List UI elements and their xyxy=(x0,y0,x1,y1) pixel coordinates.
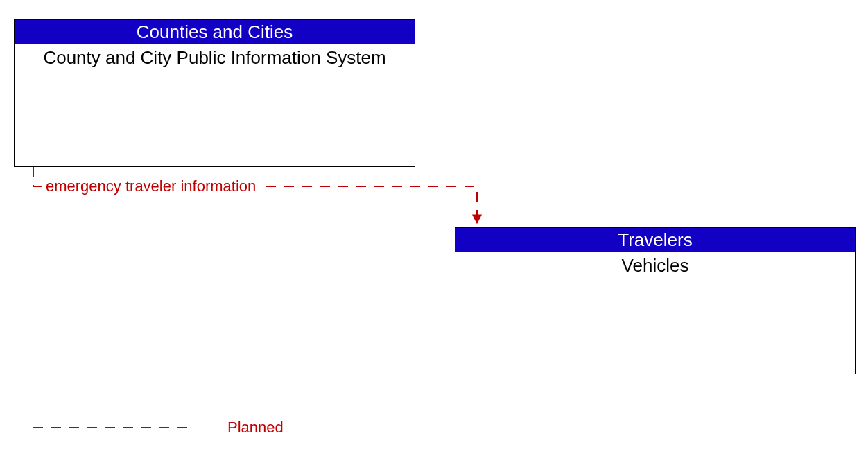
node-source-body: County and City Public Information Syste… xyxy=(15,44,415,69)
node-target: Travelers Vehicles xyxy=(455,227,856,374)
node-target-header: Travelers xyxy=(455,228,855,252)
flow-label: emergency traveler information xyxy=(43,177,259,195)
node-source-header: Counties and Cities xyxy=(15,20,415,44)
node-target-body: Vehicles xyxy=(455,252,855,277)
node-source: Counties and Cities County and City Publ… xyxy=(14,19,415,167)
legend-planned-label: Planned xyxy=(227,419,284,437)
